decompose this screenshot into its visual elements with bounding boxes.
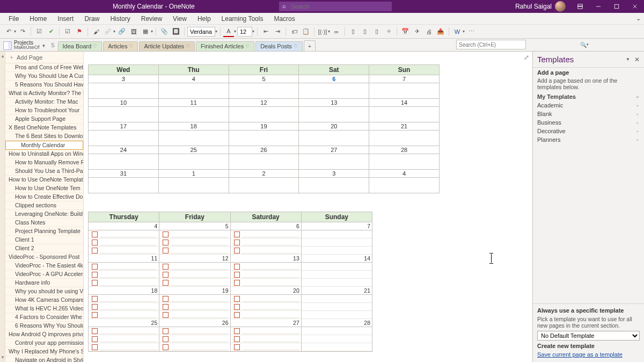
outdent-icon[interactable]: ⇤ <box>260 26 271 37</box>
task-checkbox[interactable] <box>92 312 98 318</box>
template-category-academic[interactable]: Academic⌄ <box>533 101 644 110</box>
cal-body-cell[interactable] <box>299 178 369 193</box>
page-item[interactable]: Monthly Calendar <box>5 141 83 150</box>
task-checkbox[interactable] <box>92 344 98 350</box>
cal2-task-cell[interactable] <box>231 230 302 238</box>
cal2-task-cell[interactable] <box>89 247 159 255</box>
page-item[interactable]: Class Notes <box>5 219 83 227</box>
cal-body-cell[interactable] <box>229 131 299 146</box>
cal2-task-cell[interactable] <box>302 271 372 279</box>
cal-body-cell[interactable] <box>229 107 299 122</box>
cal2-task-cell[interactable] <box>159 238 230 247</box>
task-checkbox[interactable] <box>92 296 98 302</box>
cal2-task-cell[interactable] <box>89 327 159 335</box>
cal2-date-cell[interactable]: 28 <box>302 319 372 327</box>
send-icon[interactable]: ✈ <box>412 26 422 37</box>
page-item[interactable]: How to Troubleshoot Your <box>5 106 83 115</box>
task-checkbox[interactable] <box>92 336 98 342</box>
cal2-task-cell[interactable] <box>89 230 159 238</box>
page-item[interactable]: X Best OneNote Templates <box>5 124 83 132</box>
cal2-task-cell[interactable] <box>159 247 230 255</box>
task-checkbox[interactable] <box>234 248 240 254</box>
page-item[interactable]: Apple Support Page <box>5 115 83 124</box>
cal2-date-cell[interactable]: 18 <box>89 287 159 295</box>
page-item[interactable]: Why you should be using V <box>5 287 83 296</box>
cal-body-cell[interactable] <box>369 107 439 122</box>
page-item[interactable]: Hardware info <box>5 279 83 287</box>
task-checkbox[interactable] <box>92 231 98 237</box>
cal-body-cell[interactable] <box>159 83 229 98</box>
cal-body-cell[interactable] <box>299 83 369 98</box>
more-icon[interactable]: ⋯ <box>466 26 477 37</box>
search-input[interactable] <box>279 2 392 11</box>
picture-icon[interactable]: 🖼 <box>128 26 139 37</box>
task-checkbox[interactable] <box>234 328 240 334</box>
cal2-task-cell[interactable] <box>89 303 159 311</box>
cal2-date-cell[interactable]: 13 <box>231 255 302 263</box>
cal-date-cell[interactable]: 1 <box>159 170 229 177</box>
page-item[interactable]: What Is HEVC H.265 Video, <box>5 305 83 313</box>
save-template-link[interactable]: Save current page as a template <box>537 351 640 358</box>
scroll-down-icon[interactable]: ▼ <box>1 355 5 360</box>
cal-body-cell[interactable] <box>369 178 439 193</box>
print-icon[interactable]: 🖨 <box>423 26 434 37</box>
notebook-search-input[interactable] <box>456 40 526 49</box>
cal2-task-cell[interactable] <box>302 335 372 343</box>
cal-date-cell[interactable]: 10 <box>89 99 159 106</box>
cal-body-cell[interactable] <box>89 154 159 169</box>
cal-date-cell[interactable]: 11 <box>159 99 229 106</box>
cal-body-cell[interactable] <box>89 178 159 193</box>
insert-icon[interactable]: 📋 <box>301 26 311 37</box>
task-checkbox[interactable] <box>234 280 240 286</box>
menu-review[interactable]: Review <box>136 15 167 23</box>
task-checkbox[interactable] <box>163 328 169 334</box>
section-tab-finished-articles[interactable]: Finished Articles♡ <box>196 41 254 51</box>
format-painter-icon[interactable]: 🖌 <box>91 26 101 37</box>
task-checkbox[interactable] <box>234 240 240 245</box>
cal2-task-cell[interactable] <box>159 230 230 238</box>
collapse-ribbon-icon[interactable]: ⌄ <box>636 15 641 22</box>
cal2-task-cell[interactable] <box>231 247 302 255</box>
task-checkbox[interactable] <box>234 264 240 270</box>
page-item[interactable]: Client 2 <box>5 244 83 253</box>
menu-file[interactable]: File <box>3 15 24 23</box>
page-item[interactable]: Why I Replaced My Phone's St <box>5 347 83 356</box>
attach-icon[interactable]: 📎 <box>159 26 170 37</box>
page-item[interactable]: The 6 Best Sites to Download <box>5 132 83 141</box>
task-checkbox[interactable] <box>163 280 169 286</box>
cal-body-cell[interactable] <box>299 107 369 122</box>
cal2-task-cell[interactable] <box>302 343 372 351</box>
menu-help[interactable]: Help <box>192 15 216 23</box>
cal2-task-cell[interactable] <box>302 327 372 335</box>
maximize-button[interactable] <box>608 0 626 13</box>
cal2-date-cell[interactable]: 14 <box>302 255 372 263</box>
task-checkbox[interactable] <box>92 272 98 278</box>
task-checkbox[interactable] <box>163 240 169 245</box>
cal-date-cell[interactable]: 13 <box>299 99 369 106</box>
cal-date-cell[interactable]: 19 <box>229 122 299 130</box>
page-item[interactable]: VideoProc - A GPU Acceler <box>5 270 83 279</box>
cal-body-cell[interactable] <box>369 83 439 98</box>
cal2-task-cell[interactable] <box>89 271 159 279</box>
task-checkbox[interactable] <box>92 240 98 245</box>
task-checkbox[interactable] <box>163 264 169 270</box>
checkbox-icon[interactable]: ☑ <box>34 26 45 37</box>
menu-home[interactable]: Home <box>24 15 52 23</box>
undo-icon[interactable]: ↶ <box>3 26 14 37</box>
menu-view[interactable]: View <box>167 15 192 23</box>
scroll-up-icon[interactable]: ▲ <box>1 54 5 59</box>
export-icon[interactable]: 📤 <box>435 26 446 37</box>
task-checkbox[interactable] <box>92 304 98 310</box>
section-tab-deals-posts[interactable]: Deals Posts♡ <box>255 41 303 51</box>
cal2-task-cell[interactable] <box>231 335 302 343</box>
screen-clip-icon[interactable]: 🔲 <box>171 26 181 37</box>
cal-date-cell[interactable]: 31 <box>89 170 159 177</box>
cal2-date-cell[interactable]: 7 <box>302 222 372 230</box>
task-checkbox[interactable] <box>92 264 98 270</box>
redo-icon[interactable]: ↷ <box>17 26 28 37</box>
cal2-date-cell[interactable]: 20 <box>231 287 302 295</box>
cal2-date-cell[interactable]: 25 <box>89 319 159 327</box>
cal-body-cell[interactable] <box>299 154 369 169</box>
section-tab-idea-board[interactable]: Idea Board♡ <box>58 41 103 51</box>
task-checkbox[interactable] <box>163 312 169 318</box>
